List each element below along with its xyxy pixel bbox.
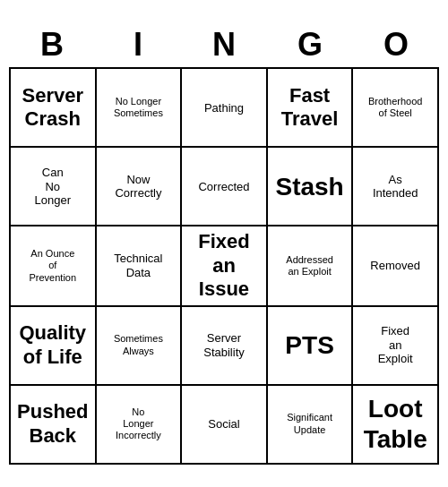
bingo-cell: ServerCrash: [11, 69, 97, 148]
bingo-grid: ServerCrashNo LongerSometimesPathingFast…: [9, 67, 439, 464]
cell-text: TechnicalData: [114, 252, 162, 279]
cell-text: Social: [208, 417, 239, 431]
bingo-cell: NoLongerIncorrectly: [97, 386, 183, 465]
cell-text: Brotherhoodof Steel: [368, 96, 423, 119]
cell-text: SignificantUpdate: [287, 412, 332, 435]
header-letter: G: [267, 22, 353, 67]
cell-text: CanNoLonger: [35, 166, 71, 208]
cell-text: ServerCrash: [22, 84, 84, 132]
header-letter: I: [95, 22, 181, 67]
bingo-cell: Qualityof Life: [11, 307, 97, 386]
bingo-header: BINGO: [9, 22, 439, 67]
bingo-cell: Pathing: [182, 69, 268, 148]
bingo-cell: Removed: [353, 226, 439, 306]
cell-text: An OunceofPrevention: [30, 248, 77, 284]
bingo-card: BINGO ServerCrashNo LongerSometimesPathi…: [9, 22, 439, 464]
cell-text: No LongerSometimes: [114, 96, 163, 119]
cell-text: PTS: [285, 330, 333, 361]
bingo-cell: SignificantUpdate: [268, 386, 354, 465]
bingo-cell: AsIntended: [353, 148, 439, 226]
bingo-cell: PushedBack: [11, 386, 97, 465]
bingo-cell: Corrected: [182, 148, 268, 226]
cell-text: PushedBack: [17, 400, 88, 448]
bingo-cell: Stash: [268, 148, 354, 226]
header-letter: B: [9, 22, 95, 67]
cell-text: Stash: [275, 172, 343, 202]
cell-text: FixedanExploit: [378, 324, 413, 366]
bingo-cell: FixedanExploit: [353, 307, 439, 386]
bingo-cell: ServerStability: [182, 307, 268, 386]
bingo-cell: SometimesAlways: [97, 307, 183, 386]
cell-text: LootTable: [364, 394, 427, 454]
bingo-cell: FastTravel: [268, 69, 354, 148]
cell-text: Qualityof Life: [20, 321, 87, 369]
bingo-cell: Social: [182, 386, 268, 465]
cell-text: Removed: [370, 259, 420, 273]
cell-text: AsIntended: [373, 173, 418, 201]
header-letter: O: [353, 22, 439, 67]
bingo-cell: No LongerSometimes: [97, 69, 183, 148]
cell-text: ServerStability: [203, 331, 245, 359]
cell-text: Corrected: [198, 180, 249, 194]
cell-text: SometimesAlways: [114, 333, 163, 356]
bingo-cell: LootTable: [353, 386, 439, 465]
bingo-cell: An OunceofPrevention: [11, 226, 97, 306]
header-letter: N: [181, 22, 267, 67]
cell-text: FastTravel: [281, 84, 339, 132]
bingo-cell: TechnicalData: [97, 226, 183, 306]
bingo-cell: FixedanIssue: [182, 226, 268, 306]
bingo-cell: CanNoLonger: [11, 148, 97, 226]
cell-text: FixedanIssue: [198, 230, 249, 301]
cell-text: NowCorrectly: [115, 173, 161, 201]
cell-text: Pathing: [204, 101, 244, 115]
cell-text: Addressedan Exploit: [286, 254, 333, 278]
bingo-cell: Brotherhoodof Steel: [353, 69, 439, 148]
bingo-cell: Addressedan Exploit: [268, 226, 354, 306]
bingo-cell: PTS: [268, 307, 354, 386]
cell-text: NoLongerIncorrectly: [116, 406, 161, 442]
bingo-cell: NowCorrectly: [97, 148, 183, 226]
